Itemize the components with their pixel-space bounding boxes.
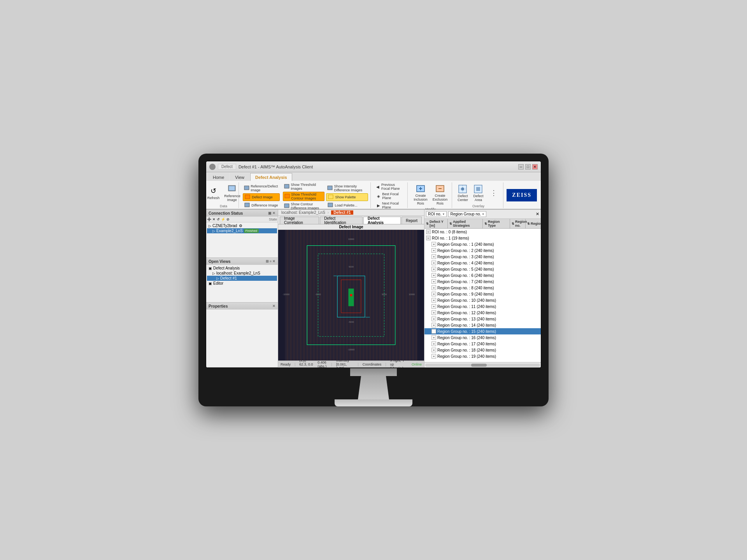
expand-icon[interactable]: ▣ — [268, 211, 272, 215]
tree-expander-20[interactable]: + — [431, 354, 436, 359]
close-button[interactable]: ✕ — [532, 164, 538, 170]
defect-image-button[interactable]: Defect Image — [243, 193, 280, 201]
tree-row-2[interactable]: +Region Group no. : 1 (240 items) — [424, 241, 541, 247]
bottom-scrollbar[interactable] — [424, 362, 541, 368]
show-palette-button[interactable]: Show Palette — [326, 193, 368, 201]
tree-expander-5[interactable]: + — [431, 261, 436, 265]
show-intensity-button[interactable]: Show Intensity Difference Images — [326, 184, 368, 192]
diff-image-button[interactable]: Difference Image — [243, 202, 280, 209]
tree-expander-1[interactable]: − — [426, 236, 431, 240]
conn-refresh-icon[interactable]: ↺ — [217, 217, 220, 221]
tree-row-4[interactable]: +Region Group no. : 3 (240 items) — [424, 254, 541, 260]
prev-focal-button[interactable]: ◀ Previous Focal Plane — [375, 182, 405, 191]
show-threshold-contour-button[interactable]: Show Threshold Contour Images — [283, 192, 324, 201]
tree-expander-10[interactable]: + — [431, 292, 436, 296]
close-panel-icon[interactable]: ✕ — [272, 211, 275, 215]
defect-area-button[interactable]: Defect Area — [471, 183, 485, 203]
props-close-icon[interactable]: ✕ — [272, 304, 275, 308]
minimize-button[interactable]: ─ — [518, 164, 524, 170]
tree-expander-3[interactable]: + — [431, 248, 436, 253]
tab-view[interactable]: View — [230, 173, 249, 181]
tab-image-correlation[interactable]: Image Correlation — [280, 217, 319, 224]
region-group-dropdown[interactable]: Region Group no. — [448, 211, 486, 217]
tree-expander-16[interactable]: + — [431, 329, 436, 334]
scrollbar-thumb[interactable] — [471, 364, 487, 367]
right-panel-close-icon[interactable]: ✕ — [536, 212, 539, 217]
tree-row-10[interactable]: +Region Group no. : 9 (240 items) — [424, 291, 541, 297]
tree-expander-15[interactable]: + — [431, 323, 436, 327]
tree-row-19[interactable]: +Region Group no. : 18 (240 items) — [424, 347, 541, 353]
tree-row-5[interactable]: +Region Group no. : 4 (240 items) — [424, 260, 541, 266]
defect-center-button[interactable]: Defect Center — [456, 183, 470, 203]
ref-defect-image-button[interactable]: Reference/Defect Image — [243, 184, 280, 192]
open-views-list-icon[interactable]: ≡ — [270, 259, 272, 263]
tree-row-20[interactable]: +Region Group no. : 19 (240 items) — [424, 353, 541, 359]
tree-row-16[interactable]: +Region Group no. : 15 (240 items) — [424, 328, 541, 334]
tree-row-8[interactable]: +Region Group no. : 7 (240 items) — [424, 278, 541, 285]
tree-row-1[interactable]: −ROI no. : 1 (19 items) — [424, 235, 541, 241]
tree-row-12[interactable]: +Region Group no. : 11 (240 items) — [424, 303, 541, 310]
tree-row-14[interactable]: +Region Group no. : 13 (240 items) — [424, 316, 541, 322]
tree-row-11[interactable]: +Region Group no. : 10 (240 items) — [424, 297, 541, 303]
refresh-button[interactable]: ↺ Refresh — [206, 185, 221, 201]
tree-expander-9[interactable]: + — [431, 285, 436, 290]
tree-expander-0[interactable]: − — [426, 229, 431, 234]
tree-expander-18[interactable]: + — [431, 341, 436, 346]
create-inclusion-icon — [415, 183, 426, 194]
tree-expander-11[interactable]: + — [431, 298, 436, 303]
tree-expander-19[interactable]: + — [431, 348, 436, 352]
tree-expander-2[interactable]: + — [431, 242, 436, 247]
defect-area-icon — [473, 184, 484, 194]
show-threshold-button[interactable]: Show Threshold Images — [283, 182, 324, 191]
conn-add-icon[interactable]: ➕ — [207, 217, 211, 221]
tree-expander-6[interactable]: + — [431, 267, 436, 271]
load-palette-button[interactable]: Load Palette... — [326, 202, 368, 209]
tab-report[interactable]: Report — [402, 217, 422, 224]
tree-expander-13[interactable]: + — [431, 310, 436, 315]
maximize-button[interactable]: □ — [525, 164, 531, 170]
tree-row-3[interactable]: +Region Group no. : 2 (240 items) — [424, 247, 541, 254]
roi-dropdown[interactable]: ROI no. — [426, 211, 447, 217]
best-focal-button[interactable]: ◈ Best Focal Plane — [375, 192, 405, 200]
tree-expander-4[interactable]: + — [431, 254, 436, 259]
tree-row-7[interactable]: +Region Group no. : 6 (240 items) — [424, 272, 541, 278]
load-palette-icon — [327, 202, 333, 208]
ov-item-editor[interactable]: ▣ Editor — [207, 281, 277, 286]
tab-defect-analysis-main[interactable]: Defect Analysis — [363, 217, 401, 224]
tree-label-4: Region Group no. : 3 (240 items) — [437, 255, 494, 259]
tree-expander-8[interactable]: + — [431, 279, 436, 284]
conn-remove-icon[interactable]: ✕ — [212, 217, 216, 221]
show-contour-diff-button[interactable]: Show Contour Difference Images — [283, 202, 324, 210]
reference-image-button[interactable]: Reference Image — [223, 183, 241, 203]
tab-defect-analysis[interactable]: Defect Analysis — [250, 173, 292, 181]
status-online: Online — [412, 362, 422, 366]
tree-expander-12[interactable]: + — [431, 304, 436, 309]
more-options-button[interactable]: ⋮ — [487, 187, 501, 199]
open-views-close-icon[interactable]: ✕ — [272, 259, 275, 263]
tree-row-15[interactable]: +Region Group no. : 14 (240 items) — [424, 322, 541, 328]
tree-row-0[interactable]: −ROI no. : 0 (8 items) — [424, 229, 541, 235]
tree-expander-14[interactable]: + — [431, 317, 436, 321]
tree-expander-17[interactable]: + — [431, 335, 436, 340]
next-focal-button[interactable]: ▶ Next Focal Plane — [375, 201, 405, 210]
tree-row-9[interactable]: +Region Group no. : 8 (240 items) — [424, 285, 541, 291]
ov-item-defect1[interactable]: ▷ Defect #1 — [207, 276, 277, 281]
open-views-grid-icon[interactable]: ⊞ — [266, 259, 269, 263]
conn-connect-icon[interactable]: ⚡ — [221, 217, 225, 221]
image-area[interactable]: -10000 -5000 0 5000 10000 10000 5000 -50… — [278, 230, 424, 360]
ov-item-localhost[interactable]: ▷ localhost: Example2_LnS — [207, 271, 277, 276]
tab-defect-identification[interactable]: Defect Identification — [320, 217, 363, 224]
roi-tree-view[interactable]: −ROI no. : 0 (8 items)−ROI no. : 1 (19 i… — [424, 229, 541, 362]
tab-home[interactable]: Home — [208, 173, 229, 181]
tree-expander-7[interactable]: + — [431, 273, 436, 278]
tree-row-13[interactable]: +Region Group no. : 12 (240 items) — [424, 310, 541, 316]
ov-item-defect-analysis[interactable]: ▣ Defect Analysis — [207, 266, 277, 271]
conn-item-example2[interactable]: ▷ Example2_LnS Finished — [207, 228, 277, 233]
tree-row-6[interactable]: +Region Group no. : 5 (240 items) — [424, 266, 541, 272]
create-inclusion-button[interactable]: CreateInclusion Rois — [412, 182, 429, 206]
conn-item-cznet[interactable]: ▷ CZNETy2brad ⚙ — [207, 223, 277, 228]
tree-row-18[interactable]: +Region Group no. : 17 (240 items) — [424, 341, 541, 347]
create-exclusion-button[interactable]: CreateExclusion Rois — [431, 182, 449, 206]
conn-disconnect-icon[interactable]: ⊘ — [226, 217, 230, 221]
tree-row-17[interactable]: +Region Group no. : 16 (240 items) — [424, 334, 541, 341]
